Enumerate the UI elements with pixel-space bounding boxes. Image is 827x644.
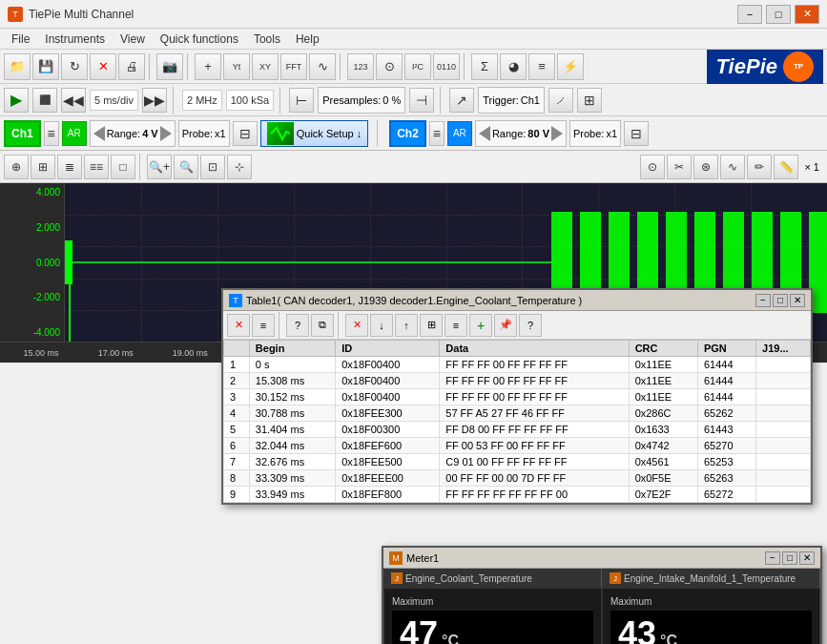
scope-decode-btn[interactable]: ⊛ [693, 155, 718, 179]
ch1-menu-btn[interactable]: ≡ [44, 121, 59, 146]
tbl-pin-btn[interactable]: 📌 [494, 314, 517, 337]
ch2-menu-btn[interactable]: ≡ [429, 121, 445, 146]
meter-close[interactable]: ✕ [799, 551, 815, 565]
tbl-copy-btn[interactable]: ⧉ [311, 314, 334, 337]
col-id[interactable]: ID [336, 341, 440, 357]
round-button[interactable]: ⊙ [376, 53, 403, 80]
tbl-export-btn[interactable]: ↑ [395, 314, 418, 337]
scope-ruler-btn[interactable]: 📏 [774, 155, 798, 179]
ch1-ar-btn[interactable]: AR [62, 121, 87, 146]
yt-button[interactable]: Yt [223, 53, 250, 80]
scope-grid-btn[interactable]: ⊞ [31, 155, 55, 179]
zoom-in-btn[interactable]: 🔍+ [147, 155, 172, 179]
open-button[interactable]: 📁 [4, 53, 31, 80]
channel2-button[interactable]: Ch2 [389, 120, 426, 147]
menu-quick-functions[interactable]: Quick functions [153, 31, 246, 48]
meter-tab1[interactable]: J Engine_Coolant_Temperature [383, 569, 602, 588]
forward-button[interactable]: ▶▶ [142, 88, 167, 113]
meter-tab2[interactable]: J Engine_Intake_Manifold_1_Temperature [602, 569, 820, 588]
refresh-button[interactable]: ↻ [61, 53, 88, 80]
table-row[interactable]: 8 33.309 ms 0x18FEEE00 00 FF FF 00 00 7D… [224, 470, 811, 487]
table-minimize[interactable]: − [755, 294, 771, 307]
close-button[interactable]: ✕ [795, 5, 819, 24]
table-row[interactable]: 5 31.404 ms 0x18F00300 FF D8 00 FF FF FF… [224, 422, 811, 438]
scope-button[interactable]: ≡ [528, 53, 555, 80]
scope-pen-btn[interactable]: ✏ [747, 155, 772, 179]
ch2-range-down[interactable] [479, 126, 490, 141]
scope-marker-btn[interactable]: ⊙ [640, 155, 665, 179]
table-row[interactable]: 4 30.788 ms 0x18FEE300 57 FF A5 27 FF 46… [224, 405, 811, 422]
meter-maximize[interactable]: □ [782, 551, 797, 565]
back-button[interactable]: ◀◀ [61, 88, 86, 113]
menu-file[interactable]: File [4, 31, 37, 48]
trigger-mode-btn[interactable]: ↗ [449, 88, 474, 113]
play-button[interactable]: ▶ [4, 88, 29, 113]
tbl-del-btn[interactable]: ✕ [345, 314, 368, 337]
presamples-btn[interactable]: ⊢ [289, 88, 314, 113]
tbl-help2-btn[interactable]: ? [519, 314, 542, 337]
scope-square-btn[interactable]: □ [111, 155, 135, 179]
channel1-button[interactable]: Ch1 [4, 120, 41, 147]
timebase-display[interactable]: 5 ms/div [90, 90, 138, 111]
meter-minimize[interactable]: − [765, 551, 780, 565]
fft-button[interactable]: FFT [280, 53, 307, 80]
table-row[interactable]: 7 32.676 ms 0x18FEE500 C9 01 00 FF FF FF… [224, 454, 811, 470]
table-row[interactable]: 6 32.044 ms 0x18FEF600 FF 00 53 FF 00 FF… [224, 438, 811, 454]
tbl-filter-btn[interactable]: ≡ [445, 314, 467, 337]
ch2-ar-btn[interactable]: AR [447, 121, 472, 146]
table-row[interactable]: 1 0 s 0x18F00400 FF FF FF 00 FF FF FF FF… [224, 357, 811, 373]
col-pgn[interactable]: PGN [697, 341, 755, 357]
pie-button[interactable]: ◕ [500, 53, 527, 80]
tbl-config-btn[interactable]: ⊞ [420, 314, 443, 337]
col-j19[interactable]: J19... [756, 341, 811, 357]
table-row[interactable]: 2 15.308 ms 0x18F00400 FF FF FF 00 FF FF… [224, 373, 811, 389]
ch1-range-up[interactable] [160, 126, 172, 141]
table-row[interactable]: 9 33.949 ms 0x18FEF800 FF FF FF FF FF FF… [224, 487, 811, 503]
sigma-button[interactable]: Σ [471, 53, 498, 80]
xy-button[interactable]: XY [252, 53, 279, 80]
scope-wave-btn[interactable]: ∿ [720, 155, 745, 179]
ch1-probe-btn[interactable]: ⊟ [233, 121, 258, 146]
trigger-settings-btn[interactable]: ⊞ [577, 88, 602, 113]
ch2-range-up[interactable] [551, 126, 563, 141]
presamples-right[interactable]: ⊣ [409, 88, 434, 113]
cursor-btn[interactable]: ⊹ [227, 155, 252, 179]
table-row[interactable]: 3 30.152 ms 0x18F00400 FF FF FF 00 FF FF… [224, 389, 811, 405]
maximize-button[interactable]: □ [766, 5, 791, 24]
ch2-probe-btn[interactable]: ⊟ [624, 121, 649, 146]
binary-button[interactable]: 0110 [433, 53, 460, 80]
tbl-stop-btn[interactable]: ✕ [227, 314, 250, 337]
tbl-menu-btn[interactable]: ≡ [252, 314, 275, 337]
minimize-button[interactable]: − [737, 5, 762, 24]
digits-button[interactable]: 123 [347, 53, 374, 80]
zoom-fit-btn[interactable]: ⊡ [200, 155, 225, 179]
filter-button[interactable]: ∿ [309, 53, 336, 80]
ch1-range-down[interactable] [93, 126, 105, 141]
table-maximize[interactable]: □ [773, 294, 788, 307]
add-channel-button[interactable]: + [195, 53, 221, 80]
scope-ch-btn[interactable]: ≡≡ [84, 155, 109, 179]
menu-instruments[interactable]: Instruments [37, 31, 113, 48]
ic2-button[interactable]: I²C [404, 53, 431, 80]
save-button[interactable]: 💾 [32, 53, 59, 80]
col-crc[interactable]: CRC [629, 341, 697, 357]
table-data[interactable]: Begin ID Data CRC PGN J19... 1 0 s 0x18F… [223, 340, 811, 503]
tbl-add-btn[interactable]: + [469, 314, 492, 337]
screenshot-button[interactable]: 📷 [156, 53, 183, 80]
scope-table-btn[interactable]: ≣ [57, 155, 82, 179]
menu-tools[interactable]: Tools [246, 31, 288, 48]
trigger-shape-btn[interactable]: ⟋ [548, 88, 573, 113]
scope-nav-btn[interactable]: ⊕ [4, 155, 29, 179]
tbl-import-btn[interactable]: ↓ [370, 314, 393, 337]
scope-cut-btn[interactable]: ✂ [667, 155, 692, 179]
quick-setup-button[interactable]: Quick Setup ↓ [260, 120, 368, 147]
zoom-out-btn[interactable]: 🔍 [174, 155, 198, 179]
tbl-help-btn[interactable]: ? [286, 314, 309, 337]
stop-single-button[interactable]: ⬛ [32, 88, 57, 113]
stop-button[interactable]: ✕ [90, 53, 116, 80]
menu-help[interactable]: Help [288, 31, 327, 48]
col-begin[interactable]: Begin [249, 341, 335, 357]
trigger-button[interactable]: ⚡ [557, 53, 584, 80]
table-close[interactable]: ✕ [790, 294, 805, 307]
menu-view[interactable]: View [113, 31, 153, 48]
